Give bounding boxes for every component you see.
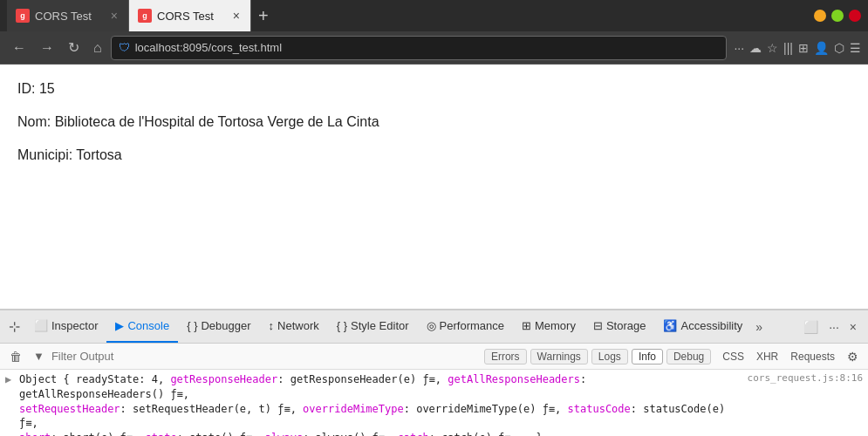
tab2-favicon: g xyxy=(138,9,152,23)
maximize-button[interactable] xyxy=(831,10,844,22)
tab-inspector-label: Inspector xyxy=(51,319,98,332)
tab-debugger[interactable]: { } Debugger xyxy=(178,310,259,343)
window-controls xyxy=(814,10,861,22)
devtools-toolbar: ⊹ ⬜ Inspector ▶ Console { } Debugger ↕ N… xyxy=(0,310,868,344)
tab-style-editor-label: Style Editor xyxy=(351,319,408,332)
minimize-button[interactable] xyxy=(814,10,826,22)
address-path: /cors_test.html xyxy=(208,41,283,54)
tab1-close-btn[interactable]: × xyxy=(109,7,120,24)
tab-accessibility[interactable]: ♿ Accessibility xyxy=(654,310,751,343)
tab-console[interactable]: ▶ Console xyxy=(106,310,178,343)
extensions-icon: ⬡ xyxy=(834,41,844,55)
xhr-toggle-btn[interactable]: XHR xyxy=(752,350,783,364)
style-editor-icon: { } xyxy=(337,319,347,332)
nav-extras: ··· ☁ ☆ ||| ⊞ 👤 ⬡ ☰ xyxy=(734,41,861,55)
tab1-title: CORS Test xyxy=(35,10,104,23)
badge-logs[interactable]: Logs xyxy=(591,349,628,364)
browser-tab-1[interactable]: g CORS Test × xyxy=(7,0,129,31)
console-icon: ▶ xyxy=(115,319,124,332)
tab-memory-label: Memory xyxy=(535,319,576,332)
tab1-favicon: g xyxy=(16,9,30,23)
network-icon: ↕ xyxy=(269,319,275,332)
badge-errors[interactable]: Errors xyxy=(484,349,527,364)
entry-content: Object { readyState: 4, getResponseHeade… xyxy=(19,372,737,436)
memory-icon: ⊞ xyxy=(522,319,531,332)
filter-input[interactable] xyxy=(51,350,481,363)
badge-info[interactable]: Info xyxy=(632,349,663,364)
back-button[interactable]: ← xyxy=(7,37,31,59)
bookmark-icon[interactable]: ☆ xyxy=(767,41,778,55)
entry-line3: abort: abort(e) ƒ≡, state: state() ƒ≡, a… xyxy=(19,432,543,436)
devtools-close-button[interactable]: × xyxy=(845,317,861,337)
tab-storage-label: Storage xyxy=(606,319,646,332)
tab-performance-label: Performance xyxy=(440,319,504,332)
entry-expand-arrow[interactable]: ▶ xyxy=(5,372,16,385)
page-nom: Nom: Biblioteca de l'Hospital de Tortosa… xyxy=(17,112,851,133)
filter-dropdown-icon[interactable]: ▼ xyxy=(30,348,48,364)
extra-dots-button[interactable]: ··· xyxy=(734,41,744,55)
tab-performance[interactable]: ◎ Performance xyxy=(418,310,513,343)
entry-line1: Object { readyState: 4, getResponseHeade… xyxy=(19,373,586,400)
performance-icon: ◎ xyxy=(427,319,436,332)
page-content: ID: 15 Nom: Biblioteca de l'Hospital de … xyxy=(0,65,868,309)
console-output: ▶ Object { readyState: 4, getResponseHea… xyxy=(0,370,868,436)
clear-console-button[interactable]: 🗑 xyxy=(5,348,26,365)
badge-warnings[interactable]: Warnings xyxy=(530,349,588,364)
pocket-icon: ☁ xyxy=(749,41,762,55)
css-toggle-btn[interactable]: CSS xyxy=(718,350,748,364)
page-id: ID: 15 xyxy=(17,78,851,99)
console-filter-bar: 🗑 ▼ Errors Warnings Logs Info Debug CSS … xyxy=(0,344,868,370)
account-icon: 👤 xyxy=(814,41,829,55)
devtools-panel: ⊹ ⬜ Inspector ▶ Console { } Debugger ↕ N… xyxy=(0,309,868,436)
tab2-title: CORS Test xyxy=(157,10,226,23)
tab-memory[interactable]: ⊞ Memory xyxy=(513,310,584,343)
home-button[interactable]: ⌂ xyxy=(88,37,107,59)
new-tab-button[interactable]: + xyxy=(251,7,276,24)
reload-button[interactable]: ↻ xyxy=(63,36,85,59)
filter-badges: Errors Warnings Logs Info Debug xyxy=(484,349,711,364)
console-settings-icon[interactable]: ⚙ xyxy=(843,348,863,365)
nav-bar: ← → ↻ ⌂ 🛡 localhost:8095/cors_test.html … xyxy=(0,31,868,65)
address-bar[interactable]: 🛡 localhost:8095/cors_test.html xyxy=(111,36,728,60)
shield-icon: 🛡 xyxy=(119,41,130,54)
tab-inspector[interactable]: ⬜ Inspector xyxy=(25,310,106,343)
close-button[interactable] xyxy=(849,10,861,22)
tab-debugger-label: Debugger xyxy=(201,319,250,332)
devtools-action-buttons: ⬜ ··· × xyxy=(799,317,865,337)
more-tabs-button[interactable]: » xyxy=(751,317,767,337)
inspector-icon: ⬜ xyxy=(34,319,48,332)
address-text: localhost:8095/cors_test.html xyxy=(135,41,720,54)
tabs-area: g CORS Test × g CORS Test × + xyxy=(7,0,807,31)
split-view-icon: ⊞ xyxy=(798,41,809,55)
tab-accessibility-label: Accessibility xyxy=(680,319,742,332)
requests-toggle-btn[interactable]: Requests xyxy=(786,350,839,364)
address-domain: localhost:8095 xyxy=(135,41,208,54)
browser-tab-2[interactable]: g CORS Test × xyxy=(129,0,251,31)
pick-element-icon[interactable]: ⊹ xyxy=(3,318,25,335)
history-icon: ||| xyxy=(783,41,793,55)
debugger-icon: { } xyxy=(187,319,197,332)
table-row: ▶ Object { readyState: 4, getResponseHea… xyxy=(0,370,868,436)
tab-network[interactable]: ↕ Network xyxy=(260,310,328,343)
tab-style-editor[interactable]: { } Style Editor xyxy=(328,310,418,343)
css-xhr-area: CSS XHR Requests xyxy=(718,350,839,364)
undock-button[interactable]: ⬜ xyxy=(799,317,823,337)
page-municipi: Municipi: Tortosa xyxy=(17,145,851,166)
tab-network-label: Network xyxy=(277,319,319,332)
tab-storage[interactable]: ⊟ Storage xyxy=(584,310,655,343)
tab-console-label: Console xyxy=(127,319,169,332)
menu-icon[interactable]: ☰ xyxy=(850,41,861,55)
devtools-more-button[interactable]: ··· xyxy=(824,317,844,337)
title-bar: g CORS Test × g CORS Test × + xyxy=(0,0,868,31)
entry-file-link[interactable]: cors_request.js:8:16 xyxy=(748,372,863,384)
forward-button[interactable]: → xyxy=(35,37,59,59)
badge-debug[interactable]: Debug xyxy=(666,349,711,364)
tab2-close-btn[interactable]: × xyxy=(231,7,242,24)
storage-icon: ⊟ xyxy=(593,319,603,332)
filter-input-wrap xyxy=(51,350,481,363)
entry-line2: setRequestHeader: setRequestHeader(e, t)… xyxy=(19,403,725,430)
accessibility-icon: ♿ xyxy=(663,319,677,332)
